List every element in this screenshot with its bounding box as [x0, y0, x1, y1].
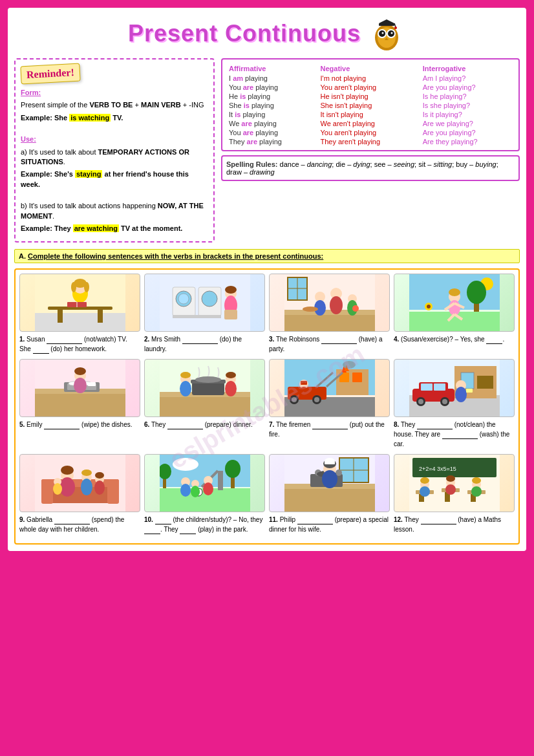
- svg-point-184: [420, 477, 429, 484]
- svg-point-48: [303, 307, 318, 312]
- svg-point-7: [391, 32, 393, 34]
- exercise-text-12: 12. They (have) a Maths lesson.: [394, 515, 515, 534]
- svg-point-130: [61, 466, 74, 475]
- svg-rect-9: [379, 23, 394, 26]
- svg-point-135: [53, 483, 62, 495]
- svg-point-156: [191, 486, 200, 497]
- svg-point-143: [225, 460, 240, 478]
- svg-rect-127: [107, 479, 119, 504]
- exercise-item-3: 3. The Robinsons (have) a party.: [269, 274, 390, 354]
- scene-4: [394, 274, 515, 332]
- exercise-item-10: 10. (the children/study)? – No, they . T…: [144, 454, 265, 534]
- exercise-label: A. Complete the following sentences with…: [19, 252, 323, 260]
- scene-8: [394, 359, 515, 417]
- scene-1: [19, 274, 140, 332]
- svg-point-100: [292, 397, 297, 402]
- svg-point-105: [299, 387, 309, 400]
- svg-point-132: [81, 479, 92, 495]
- conj-cell-neg: You aren't playing: [317, 128, 420, 137]
- header-affirmative: Affirmative: [226, 63, 317, 74]
- header-negative: Negative: [317, 63, 420, 74]
- svg-point-6: [382, 32, 384, 34]
- svg-point-73: [74, 378, 87, 393]
- svg-point-87: [226, 372, 236, 378]
- svg-point-186: [445, 484, 456, 495]
- header-interrogative: Interrogative: [420, 63, 515, 74]
- svg-rect-115: [434, 383, 445, 391]
- conj-cell-int: Is it playing?: [420, 110, 515, 119]
- owl-icon: [367, 14, 406, 53]
- svg-point-172: [325, 458, 335, 464]
- svg-point-183: [420, 486, 430, 497]
- svg-marker-10: [379, 19, 394, 23]
- exercise-text-3: 3. The Robinsons (have) a party.: [269, 334, 390, 354]
- exercise-text-9: 9. Gabriella (spend) the whole day with …: [19, 515, 140, 534]
- use-label: Use:: [21, 135, 36, 143]
- spelling-label: Spelling Rules:: [226, 160, 277, 168]
- svg-point-28: [178, 294, 189, 304]
- use-a-example: Example: She's staying at her friend's h…: [21, 169, 208, 189]
- scene-10: [144, 454, 265, 512]
- use-a: a) It's used to talk about temporary act…: [21, 147, 208, 167]
- scene-6: [144, 359, 265, 417]
- exercise-item-8: 8. They (not/clean) the house. They are …: [394, 359, 515, 449]
- svg-rect-92: [352, 373, 362, 382]
- svg-point-137: [94, 481, 105, 495]
- scene-7: [269, 359, 390, 417]
- conj-cell-neg: We aren't playing: [317, 119, 420, 128]
- exercise-row-1: 1. Susan (not/watch) TV. She (do) her ho…: [19, 274, 515, 354]
- conj-cell-aff: They are playing: [226, 137, 317, 146]
- conj-cell-aff: You are playing: [226, 128, 317, 137]
- exercise-text-10: 10. (the children/study)? – No, they . T…: [144, 515, 265, 534]
- svg-point-101: [314, 397, 319, 402]
- exercise-header: A. Complete the following sentences with…: [14, 249, 520, 263]
- svg-point-187: [446, 475, 455, 482]
- svg-point-21: [71, 282, 76, 292]
- conj-cell-aff: She is playing: [226, 101, 317, 110]
- scene-9: [19, 454, 140, 512]
- svg-point-83: [180, 381, 191, 396]
- svg-rect-75: [88, 382, 96, 386]
- conj-cell-aff: It is playing: [226, 110, 317, 119]
- exercise-item-1: 1. Susan (not/watch) TV. She (do) her ho…: [19, 274, 140, 354]
- scene-12: 2+2=4 3x5=15: [394, 454, 515, 512]
- conj-cell-int: Is he playing?: [420, 92, 515, 101]
- conjugation-table: Affirmative Negative Interrogative I am …: [226, 63, 515, 146]
- scene-3: [269, 274, 390, 332]
- svg-rect-16: [58, 310, 63, 323]
- svg-rect-158: [284, 487, 375, 512]
- exercise-text-1: 1. Susan (not/watch) TV. She (do) her ho…: [19, 334, 140, 354]
- svg-point-150: [180, 484, 191, 497]
- conj-cell-int: Are they playing?: [420, 137, 515, 146]
- svg-point-45: [330, 296, 343, 314]
- scene-5: [19, 359, 140, 417]
- svg-point-59: [449, 300, 460, 316]
- svg-rect-114: [421, 383, 433, 391]
- svg-rect-77: [160, 395, 250, 416]
- exercise-item-9: 9. Gabriella (spend) the whole day with …: [19, 454, 140, 534]
- exercise-text-5: 5. Emily (wipe) the dishes.: [19, 420, 140, 429]
- svg-point-129: [59, 477, 75, 497]
- svg-rect-40: [284, 313, 375, 331]
- svg-point-141: [173, 458, 198, 471]
- svg-point-30: [202, 291, 217, 307]
- page-title: Present Continuous: [128, 20, 361, 47]
- svg-rect-14: [35, 313, 125, 331]
- svg-rect-106: [301, 381, 307, 385]
- svg-point-138: [95, 472, 104, 479]
- svg-point-86: [225, 381, 237, 396]
- exercise-text-2: 2. Mrs Smith (do) the laundry.: [144, 334, 265, 354]
- exercise-text-4: 4. (Susan/exercise)? – Yes, she .: [394, 334, 515, 344]
- svg-point-12: [394, 27, 397, 29]
- conj-cell-int: Are you playing?: [420, 83, 515, 92]
- exercise-row-3: 9. Gabriella (spend) the whole day with …: [19, 454, 515, 534]
- conj-cell-neg: You aren't playing: [317, 83, 420, 92]
- exercise-item-2: 2. Mrs Smith (do) the laundry.: [144, 274, 265, 354]
- svg-point-49: [352, 305, 359, 312]
- form-text: Present simple of the verb to be + main …: [21, 100, 208, 110]
- use-b: b) It's used to talk about actions happe…: [21, 201, 208, 221]
- svg-point-56: [427, 305, 431, 308]
- svg-point-121: [455, 387, 467, 402]
- conj-cell-neg: She isn't playing: [317, 101, 420, 110]
- svg-point-60: [449, 288, 460, 296]
